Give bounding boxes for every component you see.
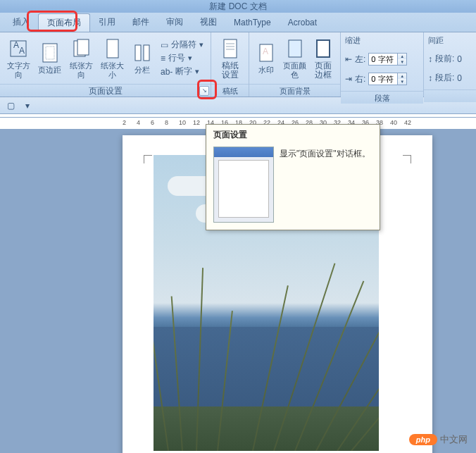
svg-text:A: A bbox=[13, 40, 19, 50]
doc-title: 新建 DOC 文档 bbox=[209, 1, 266, 11]
text-direction-button[interactable]: AA 文字方向 bbox=[4, 36, 33, 81]
manuscript-icon bbox=[219, 37, 242, 60]
indent-heading: 缩进 bbox=[345, 35, 361, 46]
margin-corner-tl bbox=[144, 155, 152, 163]
line-numbers-button[interactable]: ≡行号 ▾ bbox=[161, 52, 203, 64]
watermark-pill: php bbox=[409, 434, 437, 445]
tooltip-title: 页面设置 bbox=[206, 125, 380, 144]
tab-acrobat[interactable]: Acrobat bbox=[280, 15, 325, 30]
watermark-button[interactable]: A 水印 bbox=[253, 40, 279, 76]
ribbon-tabs: 插入 页面布局 引用 邮件 审阅 视图 MathType Acrobat bbox=[0, 13, 476, 32]
title-bar: 新建 DOC 文档 bbox=[0, 0, 476, 13]
breaks-icon: ▭ bbox=[161, 40, 168, 50]
indent-left-input[interactable] bbox=[369, 55, 397, 63]
svg-rect-6 bbox=[77, 39, 89, 55]
tooltip-preview-image bbox=[213, 147, 274, 223]
group-label-page-setup: 页面设置 bbox=[0, 84, 211, 97]
orientation-button[interactable]: 纸张方向 bbox=[67, 36, 96, 81]
line-numbers-icon: ≡ bbox=[161, 54, 165, 63]
svg-rect-8 bbox=[135, 45, 141, 61]
spacing-after-row: ↕ 段后: 0 bbox=[428, 72, 462, 84]
text-direction-icon: AA bbox=[7, 37, 30, 60]
qat-dropdown-icon[interactable]: ▾ bbox=[21, 99, 34, 112]
indent-right-input[interactable] bbox=[369, 75, 397, 83]
up-arrow-icon[interactable]: ▲ bbox=[398, 73, 406, 79]
watermark-text: 中文网 bbox=[440, 433, 468, 446]
page-borders-button[interactable]: 页面边框 bbox=[311, 36, 336, 81]
site-watermark: php 中文网 bbox=[409, 433, 468, 446]
indent-right-icon: ⇥ bbox=[345, 74, 352, 84]
ruler-tick: 12 bbox=[193, 119, 200, 126]
tab-page-layout[interactable]: 页面布局 bbox=[38, 13, 90, 32]
size-button[interactable]: 纸张大小 bbox=[99, 36, 127, 81]
svg-rect-17 bbox=[317, 40, 330, 57]
tab-mailings[interactable]: 邮件 bbox=[124, 13, 158, 31]
tab-mathtype[interactable]: MathType bbox=[225, 15, 280, 30]
svg-rect-16 bbox=[289, 40, 301, 57]
ruler-tick: 10 bbox=[179, 119, 186, 126]
up-arrow-icon[interactable]: ▲ bbox=[398, 54, 406, 59]
group-label-background: 页面背景 bbox=[249, 84, 340, 97]
group-spacing: 间距 ↕ 段前: 0 ↕ 段后: 0 bbox=[424, 32, 476, 97]
svg-text:A: A bbox=[263, 46, 268, 56]
svg-rect-7 bbox=[107, 39, 118, 58]
hyphenation-button[interactable]: ab‑断字 ▾ bbox=[161, 66, 203, 77]
tab-references[interactable]: 引用 bbox=[90, 13, 124, 31]
ribbon: AA 文字方向 页边距 纸张方向 纸张大小 bbox=[0, 32, 476, 97]
page-setup-launcher[interactable] bbox=[199, 86, 209, 96]
svg-rect-9 bbox=[144, 45, 149, 61]
tab-insert[interactable]: 插入 bbox=[4, 13, 38, 31]
margins-button[interactable]: 页边距 bbox=[36, 40, 65, 76]
spacing-before-icon: ↕ bbox=[428, 54, 432, 64]
indent-left-row: ⇤ 左: ▲▼ bbox=[345, 53, 407, 66]
columns-button[interactable]: 分栏 bbox=[130, 40, 155, 76]
manuscript-settings-button[interactable]: 稿纸设置 bbox=[215, 36, 244, 81]
ruler-tick: 8 bbox=[165, 119, 168, 126]
tooltip-text: 显示"页面设置"对话框。 bbox=[280, 147, 372, 223]
ruler-tick: 2 bbox=[123, 119, 126, 126]
hyphenation-icon: ab‑ bbox=[161, 67, 173, 77]
ruler-tick: 6 bbox=[151, 119, 154, 126]
indent-right-spinner[interactable]: ▲▼ bbox=[368, 73, 407, 85]
columns-icon bbox=[131, 42, 154, 64]
page-setup-small: ▭分隔符 ▾ ≡行号 ▾ ab‑断字 ▾ bbox=[158, 37, 206, 79]
page-color-icon bbox=[284, 37, 306, 60]
size-icon bbox=[101, 37, 124, 60]
spacing-after-icon: ↕ bbox=[428, 73, 432, 83]
down-arrow-icon[interactable]: ▼ bbox=[398, 79, 406, 85]
indent-right-row: ⇥ 右: ▲▼ bbox=[345, 73, 407, 85]
indent-left-icon: ⇤ bbox=[345, 54, 352, 64]
group-label-manuscript: 稿纸 bbox=[211, 84, 249, 97]
orientation-icon bbox=[70, 37, 92, 60]
page-color-button[interactable]: 页面颜色 bbox=[282, 36, 308, 81]
spacing-before-row: ↕ 段前: 0 bbox=[428, 53, 462, 65]
breaks-button[interactable]: ▭分隔符 ▾ bbox=[161, 39, 203, 51]
spacing-heading: 间距 bbox=[428, 35, 444, 46]
margin-corner-tr bbox=[403, 155, 411, 163]
group-page-background: A 水印 页面颜色 页面边框 页面背景 bbox=[249, 32, 341, 97]
page-setup-tooltip: 页面设置 显示"页面设置"对话框。 bbox=[206, 124, 380, 230]
svg-text:A: A bbox=[19, 46, 25, 56]
tab-view[interactable]: 视图 bbox=[192, 13, 225, 31]
ruler-tick: 40 bbox=[390, 119, 397, 126]
svg-rect-10 bbox=[224, 39, 237, 58]
tab-review[interactable]: 审阅 bbox=[158, 13, 192, 31]
ruler-tick: 4 bbox=[137, 119, 140, 126]
ruler-tick: 42 bbox=[404, 119, 411, 126]
down-arrow-icon[interactable]: ▼ bbox=[398, 59, 406, 65]
group-manuscript: 稿纸设置 稿纸 bbox=[211, 32, 249, 97]
group-label-paragraph: 段落 bbox=[341, 91, 423, 104]
margins-icon bbox=[39, 42, 61, 64]
page-borders-icon bbox=[312, 37, 334, 60]
qat-doc-icon[interactable]: ▢ bbox=[4, 99, 17, 112]
indent-left-spinner[interactable]: ▲▼ bbox=[368, 53, 407, 66]
group-indent: 缩进 ⇤ 左: ▲▼ ⇥ 右: ▲▼ 段落 bbox=[341, 32, 424, 97]
watermark-icon: A bbox=[255, 42, 277, 64]
group-page-setup: AA 文字方向 页边距 纸张方向 纸张大小 bbox=[0, 32, 211, 97]
